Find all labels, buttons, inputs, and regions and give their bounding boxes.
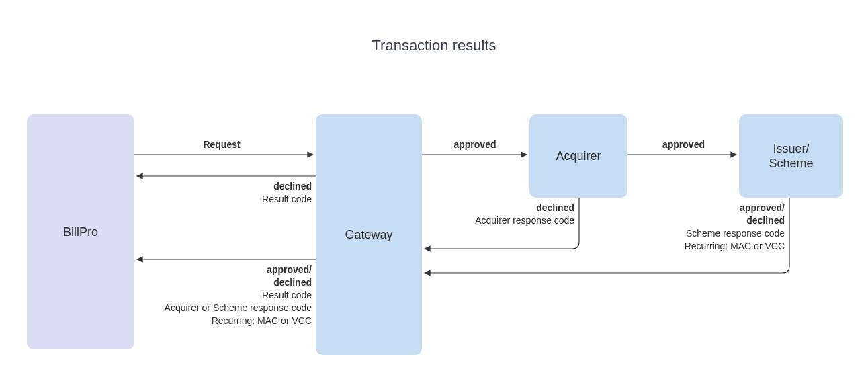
edge-gw-bp-declined-status: declined [134,180,312,193]
node-issuer: Issuer/ Scheme [739,114,843,198]
edge-acq-gw-declined-status: declined [430,202,574,214]
edge-gw-bp-final-line2: Recurring: MAC or VCC [121,315,312,327]
node-billpro: BillPro [27,114,134,349]
edge-iss-gw-status: approved/ declined [632,202,785,227]
edge-acq-iss-label: approved [618,138,749,151]
edge-gw-bp-final-line1: Acquirer or Scheme response code [121,302,312,315]
edge-gw-acq-label: approved [411,138,539,151]
node-gateway-label: Gateway [345,227,392,243]
edge-gw-bp-final-label: approved/ declined Result code Acquirer … [121,263,312,327]
edge-request-label: Request [134,138,309,151]
node-issuer-label: Issuer/ Scheme [769,141,813,171]
edge-gw-bp-final-line0: Result code [121,289,312,302]
diagram-title: Transaction results [0,37,868,54]
edge-gw-bp-declined-line0: Result code [134,193,312,206]
edge-gw-bp-declined-label: declined Result code [134,180,312,206]
edge-acq-gw-declined-line0: Acquirer response code [430,214,574,227]
edge-iss-gw-line1: Recurring: MAC or VCC [632,240,785,253]
edge-gw-acq-text: approved [453,139,496,150]
edge-iss-gw-line0: Scheme response code [632,227,785,240]
node-gateway: Gateway [316,114,422,355]
edge-gw-bp-final-status: approved/ declined [121,263,312,289]
edge-acq-gw-declined-label: declined Acquirer response code [430,202,574,227]
node-billpro-label: BillPro [63,224,98,240]
node-acquirer-label: Acquirer [556,149,601,164]
edge-acq-iss-text: approved [662,139,705,150]
edge-iss-gw-label: approved/ declined Scheme response code … [632,202,785,253]
edge-request-text: Request [203,139,240,150]
node-acquirer: Acquirer [529,114,627,198]
